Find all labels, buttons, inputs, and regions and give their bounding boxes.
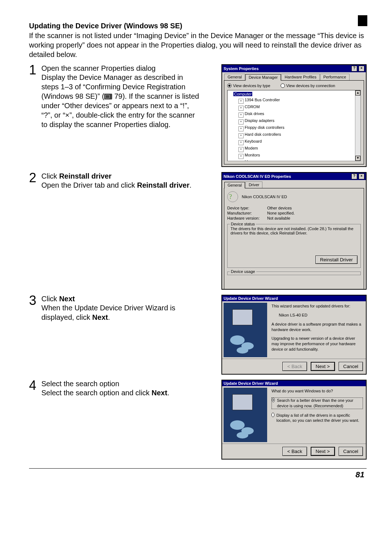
close-icon[interactable]: × xyxy=(359,174,364,179)
step-text: Display the Device Manager as described … xyxy=(41,73,201,129)
tab-performance[interactable]: Performance xyxy=(320,74,350,80)
option-label: Search for a better driver than the one … xyxy=(277,398,363,409)
tab-driver[interactable]: Driver xyxy=(245,181,262,188)
text-fragment: . xyxy=(167,389,170,397)
wizard-graphic xyxy=(224,303,267,357)
device-properties-window: Nikon COOLSCAN IV ED Properties ? × Gene… xyxy=(221,172,367,290)
window-title: Update Device Driver Wizard xyxy=(224,381,278,385)
page-ref-number: 79 xyxy=(112,92,122,100)
text-fragment: Click xyxy=(41,295,59,303)
text-fragment: . xyxy=(189,181,192,189)
radio-view-by-type[interactable]: View devices by type xyxy=(227,83,270,88)
tree-item[interactable]: Hard disk controllers xyxy=(245,132,281,136)
step-number: 2 xyxy=(29,171,41,184)
tree-item[interactable]: CDROM xyxy=(245,105,260,109)
text-fragment: Next xyxy=(59,295,75,303)
page-ref-icon xyxy=(104,94,112,99)
cancel-button[interactable]: Cancel xyxy=(339,362,363,371)
wizard-device: Nikon LS-40 ED xyxy=(279,313,363,318)
scrollbar[interactable]: ▲ ▼ xyxy=(355,90,360,161)
question-icon: ? xyxy=(227,191,238,202)
value: Other devices xyxy=(267,206,361,210)
section-intro: If the scanner is not listed under “Imag… xyxy=(29,31,367,59)
label: Device type: xyxy=(227,206,267,210)
tree-item[interactable]: 1394 Bus Controller xyxy=(245,98,280,102)
text-fragment: Next xyxy=(92,313,108,321)
wizard-graphic xyxy=(224,388,267,442)
help-icon[interactable]: ? xyxy=(351,66,357,72)
tree-item[interactable]: Mouse xyxy=(245,160,257,161)
tree-item[interactable]: Floppy disk controllers xyxy=(245,125,284,130)
window-title: System Properties xyxy=(224,66,259,71)
step-number: 4 xyxy=(29,379,41,392)
tree-root[interactable]: Computer xyxy=(233,92,252,96)
tab-general[interactable]: General xyxy=(224,74,245,80)
value: None specified. xyxy=(267,211,361,215)
window-title: Nikon COOLSCAN IV ED Properties xyxy=(224,174,291,179)
next-button[interactable]: Next > xyxy=(311,447,335,456)
radio-label: View devices by connection xyxy=(286,83,335,88)
tree-item[interactable]: Modem xyxy=(245,146,258,150)
scroll-up-icon[interactable]: ▲ xyxy=(355,90,360,95)
label: Manufacturer: xyxy=(227,211,267,215)
step-number: 1 xyxy=(29,64,41,77)
group-title: Device usage xyxy=(230,269,256,274)
text-fragment: Reinstall driver xyxy=(59,172,112,180)
radio-icon xyxy=(271,413,274,417)
step-title: Click Next xyxy=(41,295,218,303)
tab-device-manager[interactable]: Device Manager xyxy=(245,74,281,81)
radio-view-by-connection[interactable]: View devices by connection xyxy=(281,83,335,88)
cancel-button[interactable]: Cancel xyxy=(339,447,363,456)
value: Not available xyxy=(267,216,361,220)
footer-rule xyxy=(29,468,367,469)
reinstall-driver-button[interactable]: Reinstall Driver xyxy=(315,256,358,264)
window-title: Update Device Driver Wizard xyxy=(224,296,278,301)
status-text: The drivers for this device are not inst… xyxy=(230,227,358,241)
label: Hardware version: xyxy=(227,216,267,220)
tree-item[interactable]: Keyboard xyxy=(245,139,262,143)
tab-hardware-profiles[interactable]: Hardware Profiles xyxy=(281,74,319,80)
option-label: Display a list of all the drivers in a s… xyxy=(277,413,363,424)
system-properties-window: System Properties ? × General Device Man… xyxy=(221,64,367,167)
radio-icon xyxy=(272,398,275,402)
text-fragment: Open the Driver tab and click xyxy=(41,181,137,189)
back-button[interactable]: < Back xyxy=(282,447,307,456)
device-tree[interactable]: Computer +1394 Bus Controller +CDROM +Di… xyxy=(227,90,361,161)
text-fragment: Reinstall driver xyxy=(137,181,189,189)
tree-item[interactable]: Disk drives xyxy=(245,111,264,116)
tree-item[interactable]: Monitors xyxy=(245,153,260,157)
wizard-line: Upgrading to a newer version of a device… xyxy=(271,336,363,352)
update-driver-wizard-window: Update Device Driver Wizard What do you … xyxy=(221,380,367,460)
close-icon[interactable]: × xyxy=(359,66,364,72)
tabs: General Device Manager Hardware Profiles… xyxy=(224,74,364,80)
section-heading: Updating the Device Driver (Windows 98 S… xyxy=(29,22,367,30)
step-text: When the Update Device Driver Wizard is … xyxy=(41,303,201,322)
wizard-line: This wizard searches for updated drivers… xyxy=(271,303,363,309)
tab-general[interactable]: General xyxy=(224,182,245,188)
back-button: < Back xyxy=(282,362,307,371)
text-fragment: Select the search option and click xyxy=(41,389,152,397)
text-fragment: . xyxy=(108,313,110,321)
device-name: Nikon COOLSCAN IV ED xyxy=(242,195,287,199)
step-text: Open the Driver tab and click Reinstall … xyxy=(41,180,201,190)
group-title: Device status xyxy=(230,222,256,226)
option-display-list[interactable]: Display a list of all the drivers in a s… xyxy=(271,413,363,424)
option-search-better-driver[interactable]: Search for a better driver than the one … xyxy=(271,397,363,409)
wizard-line: A device driver is a software program th… xyxy=(271,322,363,332)
step-title: Click Reinstall driver xyxy=(41,172,218,180)
help-icon[interactable]: ? xyxy=(351,174,357,179)
step-title: Select the search option xyxy=(41,380,218,388)
next-button[interactable]: Next > xyxy=(311,362,335,371)
page-number: 81 xyxy=(29,470,367,479)
scroll-down-icon[interactable]: ▼ xyxy=(355,156,360,161)
text-fragment: Click xyxy=(41,172,59,180)
radio-label: View devices by type xyxy=(233,83,270,88)
text-fragment: Next xyxy=(152,389,167,397)
wizard-question: What do you want Windows to do? xyxy=(271,388,363,394)
step-number: 3 xyxy=(29,294,41,307)
step-title: Open the scanner Properties dialog xyxy=(41,64,218,73)
update-driver-wizard-window: Update Device Driver Wizard This wizard … xyxy=(221,295,367,375)
step-text: Select the search option and click Next. xyxy=(41,388,201,397)
tree-item[interactable]: Display adapters xyxy=(245,118,274,123)
